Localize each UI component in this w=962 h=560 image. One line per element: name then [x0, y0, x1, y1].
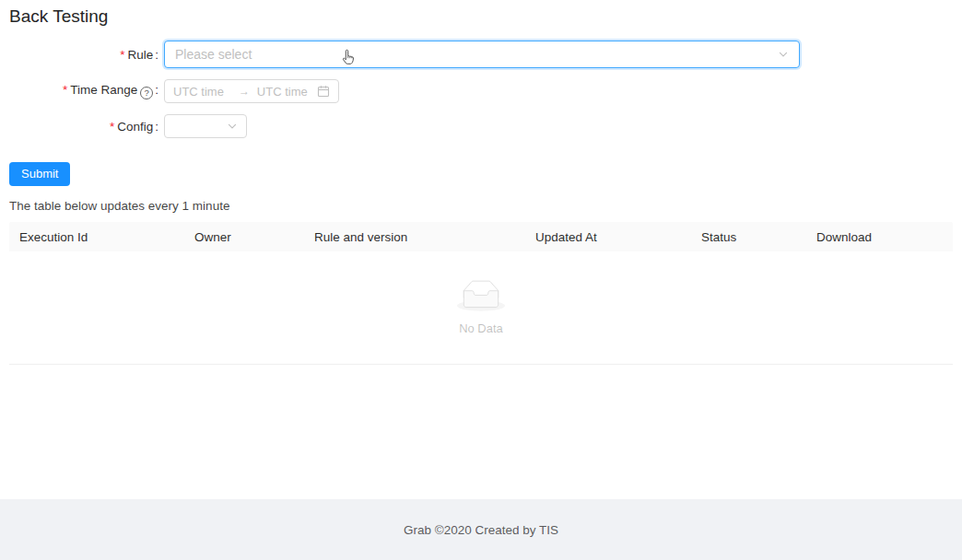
table-update-note: The table below updates every 1 minute [9, 199, 953, 213]
time-range-label-text: Time Range [70, 83, 137, 97]
submit-button[interactable]: Submit [9, 162, 70, 186]
time-range-end-input[interactable]: UTC time [257, 85, 317, 99]
required-asterisk: * [120, 48, 124, 62]
column-header-updated-at: Updated At [525, 230, 691, 244]
page-content: Back Testing *Rule: Please select *Time … [0, 0, 962, 365]
rule-label: *Rule: [9, 48, 164, 62]
required-asterisk: * [110, 120, 114, 134]
label-colon: : [155, 120, 158, 134]
rule-form-row: *Rule: Please select [9, 41, 953, 68]
chevron-down-icon [778, 49, 789, 60]
calendar-icon [317, 85, 330, 98]
time-range-start-input[interactable]: UTC time [173, 85, 239, 99]
range-arrow-separator: → [239, 85, 257, 98]
page-title: Back Testing [9, 6, 953, 28]
table-empty-state: No Data [9, 251, 953, 365]
config-label: *Config: [9, 120, 164, 134]
rule-select[interactable]: Please select [164, 41, 800, 68]
time-range-picker[interactable]: UTC time → UTC time [164, 79, 339, 103]
page-footer: Grab ©2020 Created by TIS [0, 499, 962, 560]
column-header-status: Status [691, 230, 806, 244]
config-form-row: *Config: [9, 114, 953, 138]
time-range-label: *Time Range?: [9, 83, 164, 99]
label-colon: : [155, 48, 158, 62]
question-circle-icon[interactable]: ? [140, 87, 153, 99]
column-header-execution-id: Execution Id [9, 230, 184, 244]
rule-select-placeholder: Please select [175, 47, 252, 62]
column-header-download: Download [806, 230, 953, 244]
table-header-row: Execution Id Owner Rule and version Upda… [9, 222, 953, 251]
rule-label-text: Rule [127, 48, 153, 62]
config-select[interactable] [164, 114, 247, 138]
required-asterisk: * [63, 83, 67, 97]
label-colon: : [155, 83, 158, 97]
empty-inbox-icon [457, 280, 505, 314]
column-header-rule-and-version: Rule and version [304, 230, 525, 244]
time-range-form-row: *Time Range?: UTC time → UTC time [9, 79, 953, 103]
no-data-label: No Data [459, 321, 503, 335]
column-header-owner: Owner [184, 230, 304, 244]
back-testing-page: Back Testing *Rule: Please select *Time … [0, 0, 962, 560]
config-label-text: Config [117, 120, 153, 134]
chevron-down-icon [227, 121, 238, 132]
results-table: Execution Id Owner Rule and version Upda… [9, 222, 953, 365]
footer-text: Grab ©2020 Created by TIS [404, 523, 558, 537]
